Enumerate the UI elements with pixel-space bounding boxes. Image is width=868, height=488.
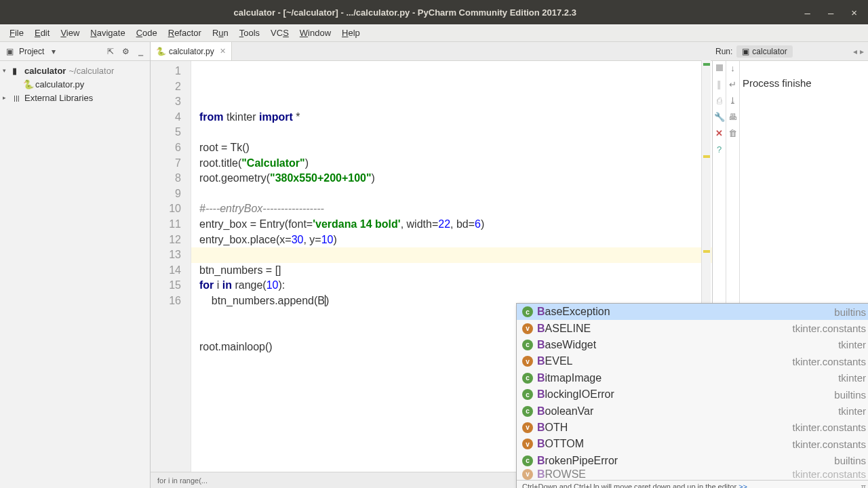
autocomplete-item[interactable]: cBaseWidgettkinter [517, 337, 868, 353]
tree-root[interactable]: ▾ ▮ calculator~/calculator [0, 64, 150, 77]
autocomplete-popup[interactable]: cBaseExceptionbuiltinsvBASELINEtkinter.c… [516, 303, 868, 488]
tab-label: calculator.py [169, 47, 214, 56]
scroll-icon[interactable]: ⤓ [728, 95, 738, 106]
run-next-icon[interactable]: ▸ [860, 47, 864, 56]
window-maximize-icon[interactable]: – [828, 7, 833, 18]
run-label: Run: [715, 47, 732, 56]
close-run-icon[interactable]: ✕ [714, 127, 725, 138]
run-header: Run: ▣ calculator ◂ ▸ [711, 42, 868, 61]
print-icon[interactable]: 🖶 [728, 111, 738, 122]
dump-icon[interactable]: ⎙ [714, 95, 725, 106]
help-icon[interactable]: ? [714, 144, 725, 155]
kind-badge-icon: v [522, 356, 533, 367]
autocomplete-item[interactable]: vBOTTOMtkinter.constants [517, 436, 868, 452]
menu-file[interactable]: File [4, 26, 29, 39]
pi-icon[interactable]: π [861, 483, 866, 488]
dropdown-icon[interactable]: ▾ [48, 46, 59, 57]
autocomplete-hint: Ctrl+Down and Ctrl+Up will move caret do… [517, 480, 868, 488]
python-file-icon: 🐍 [156, 47, 166, 56]
run-config-icon: ▣ [742, 47, 749, 56]
menu-window[interactable]: Window [294, 26, 336, 39]
folder-icon: ▮ [12, 66, 22, 76]
menu-vcs[interactable]: VCS [265, 26, 294, 39]
window-title: calculator - [~/calculator] - .../calcul… [5, 7, 805, 18]
autocomplete-item[interactable]: cBlockingIOErrorbuiltins [517, 386, 868, 403]
trash-icon[interactable]: 🗑 [728, 127, 738, 138]
window-titlebar: calculator - [~/calculator] - .../calcul… [0, 0, 868, 24]
menu-help[interactable]: Help [336, 26, 366, 39]
tree-file[interactable]: 🐍 calculator.py [0, 77, 150, 91]
autocomplete-item[interactable]: cBaseExceptionbuiltins [517, 304, 868, 320]
window-minimize-icon[interactable]: – [805, 7, 810, 18]
kind-badge-icon: c [522, 306, 533, 317]
kind-badge-icon: v [522, 323, 533, 334]
down-icon[interactable]: ↓ [728, 62, 738, 73]
project-toolwindow-header: ▣ Project ▾ ⇱ ⚙ ⎯ [0, 42, 150, 61]
project-label[interactable]: Project [19, 47, 44, 56]
gutter: 1 2 3 4 5 6 7 8 9 10 11 12 13 14 15 16 [151, 61, 191, 488]
window-close-icon[interactable]: × [851, 7, 857, 18]
close-icon[interactable]: ✕ [220, 47, 226, 56]
expand-icon[interactable]: ▸ [3, 94, 9, 101]
autocomplete-item[interactable]: vBEVELtkinter.constants [517, 353, 868, 369]
softwrap-icon[interactable]: ↵ [728, 79, 738, 89]
stop-icon[interactable] [714, 62, 725, 73]
project-tree[interactable]: ▾ ▮ calculator~/calculator 🐍 calculator.… [0, 61, 150, 488]
pause-icon[interactable]: ‖ [714, 79, 725, 89]
tab-calculator[interactable]: 🐍 calculator.py ✕ [151, 42, 232, 60]
kind-badge-icon: c [522, 373, 533, 384]
inspection-ok-icon [703, 63, 710, 66]
expand-icon[interactable]: ▾ [3, 67, 9, 74]
run-prev-icon[interactable]: ◂ [853, 47, 857, 56]
kind-badge-icon: c [522, 455, 533, 466]
autocomplete-item[interactable]: cBrokenPipeErrorbuiltins [517, 453, 868, 469]
editor-tabs: 🐍 calculator.py ✕ [151, 42, 712, 61]
python-file-icon: 🐍 [23, 79, 33, 89]
menu-refactor[interactable]: Refactor [163, 26, 207, 39]
hint-link[interactable]: >> [738, 483, 747, 488]
gear-icon[interactable]: ⚙ [120, 46, 131, 57]
kind-badge-icon: c [522, 406, 533, 417]
kind-badge-icon: v [522, 469, 533, 480]
menu-edit[interactable]: Edit [29, 26, 55, 39]
collapse-icon[interactable]: ⇱ [105, 46, 116, 57]
autocomplete-item[interactable]: cBooleanVartkinter [517, 403, 868, 419]
autocomplete-item[interactable]: vBOTHtkinter.constants [517, 420, 868, 436]
run-config[interactable]: ▣ calculator [736, 45, 792, 58]
menu-navigate[interactable]: Navigate [85, 26, 130, 39]
breadcrumb[interactable]: for i in range(... [157, 476, 208, 485]
menu-run[interactable]: Run [207, 26, 234, 39]
autocomplete-item[interactable]: vBASELINEtkinter.constants [517, 320, 868, 336]
menubar: File Edit View Navigate Code Refactor Ru… [0, 24, 868, 42]
run-config-name: calculator [752, 47, 787, 56]
kind-badge-icon: v [522, 422, 533, 433]
kind-badge-icon: c [522, 389, 533, 400]
autocomplete-item[interactable]: cBitmapImagetkinter [517, 370, 868, 386]
menu-code[interactable]: Code [131, 26, 163, 39]
menu-tools[interactable]: Tools [234, 26, 265, 39]
autocomplete-item[interactable]: vBROWSEtkinter.constants [517, 469, 868, 480]
menu-view[interactable]: View [55, 26, 85, 39]
hide-icon[interactable]: ⎯ [135, 46, 146, 57]
kind-badge-icon: c [522, 340, 533, 350]
library-icon: ⫼ [12, 93, 22, 103]
settings-icon[interactable]: 🔧 [714, 111, 725, 122]
project-view-icon[interactable]: ▣ [4, 46, 15, 57]
kind-badge-icon: v [522, 439, 533, 449]
tree-external-libs[interactable]: ▸ ⫼ External Libraries [0, 91, 150, 104]
